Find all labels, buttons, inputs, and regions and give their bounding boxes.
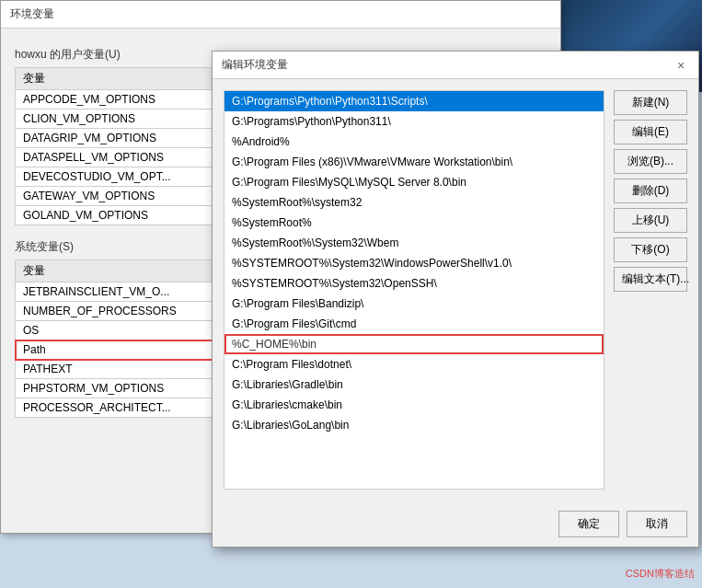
outer-dialog-titlebar: 环境变量	[1, 1, 560, 29]
list-item[interactable]: %SYSTEMROOT%\System32\OpenSSH\	[224, 273, 604, 294]
inner-dialog-title: 编辑环境变量	[222, 57, 288, 73]
list-item[interactable]: G:\Programs\Python\Python311\	[224, 111, 604, 132]
inner-dialog: 编辑环境变量 × G:\Programs\Python\Python311\Sc…	[212, 51, 699, 548]
list-item[interactable]: G:\Program Files (x86)\VMware\VMware Wor…	[224, 152, 604, 172]
side-button[interactable]: 新建(N)	[614, 90, 687, 115]
side-buttons: 新建(N)编辑(E)浏览(B)...删除(D)上移(U)下移(O)编辑文本(T)…	[614, 90, 687, 490]
side-button[interactable]: 浏览(B)...	[614, 149, 687, 174]
list-item[interactable]: G:\Libraries\GoLang\bin	[224, 415, 604, 435]
side-button[interactable]: 下移(O)	[614, 237, 687, 262]
footer-button[interactable]: 确定	[558, 511, 619, 537]
inner-dialog-footer: 确定取消	[558, 511, 687, 537]
list-item[interactable]: G:\Program Files\Bandizip\	[224, 294, 604, 314]
list-item[interactable]: G:\Libraries\Gradle\bin	[224, 375, 604, 395]
list-item[interactable]: G:\Programs\Python\Python311\Scripts\	[224, 91, 604, 111]
list-item[interactable]: %SystemRoot%\System32\Wbem	[224, 233, 604, 253]
path-list-container[interactable]: G:\Programs\Python\Python311\Scripts\G:\…	[224, 90, 604, 490]
outer-dialog-title: 环境变量	[10, 6, 54, 22]
list-item[interactable]: %SYSTEMROOT%\System32\WindowsPowerShell\…	[224, 253, 604, 273]
list-item[interactable]: C:\Program Files\dotnet\	[224, 354, 604, 375]
list-item[interactable]: %Android%	[224, 132, 604, 152]
close-button[interactable]: ×	[673, 57, 689, 74]
side-button[interactable]: 编辑文本(T)...	[614, 267, 687, 292]
footer-button[interactable]: 取消	[627, 511, 687, 537]
list-item[interactable]: G:\Program Files\MySQL\MySQL Server 8.0\…	[224, 172, 604, 192]
list-item[interactable]: %C_HOME%\bin	[224, 334, 604, 354]
list-item[interactable]: %SystemRoot%\system32	[224, 192, 604, 213]
inner-dialog-content: G:\Programs\Python\Python311\Scripts\G:\…	[213, 79, 698, 501]
list-item[interactable]: %SystemRoot%	[224, 213, 604, 233]
side-button[interactable]: 上移(U)	[614, 208, 687, 233]
list-item[interactable]: G:\Program Files\Git\cmd	[224, 314, 604, 334]
side-button[interactable]: 删除(D)	[614, 179, 687, 203]
inner-dialog-titlebar: 编辑环境变量 ×	[213, 52, 698, 79]
side-button[interactable]: 编辑(E)	[614, 120, 687, 144]
csdn-watermark: CSDN博客造结	[626, 567, 695, 581]
list-item[interactable]: G:\Libraries\cmake\bin	[224, 395, 604, 415]
